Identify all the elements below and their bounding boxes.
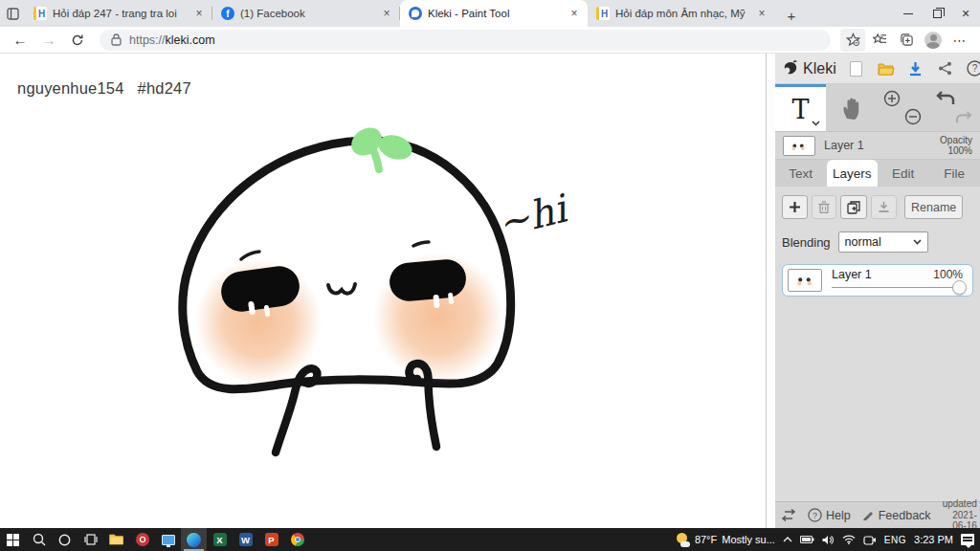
- start-button[interactable]: [0, 528, 26, 551]
- tab-strip: H Hỏi đáp 247 - trang tra loi × f (1) Fa…: [25, 0, 775, 27]
- text-tool-button[interactable]: T: [775, 84, 826, 131]
- delete-layer-button[interactable]: [812, 195, 836, 219]
- blending-label: Blending: [782, 235, 831, 250]
- layer-opacity-value: 100%: [933, 268, 963, 281]
- restore-button[interactable]: [923, 0, 951, 27]
- help-circle-icon: ?: [808, 508, 822, 522]
- page-content: nguyenhue154#hd247: [0, 54, 980, 528]
- window-controls: ×: [894, 0, 980, 27]
- tab-title: (1) Facebook: [240, 8, 373, 19]
- tray-expand-chevron[interactable]: [783, 537, 792, 542]
- forward-button[interactable]: →: [36, 29, 61, 52]
- back-button[interactable]: ←: [8, 29, 33, 52]
- file-explorer-button[interactable]: [103, 528, 129, 551]
- tab-actions-menu-icon[interactable]: [0, 0, 25, 27]
- favorite-star-icon[interactable]: [840, 29, 865, 52]
- display-app-button[interactable]: [155, 528, 181, 551]
- collections-icon[interactable]: [894, 29, 919, 52]
- zoom-in-icon[interactable]: [883, 90, 901, 107]
- red-swirl-app-button[interactable]: [129, 528, 155, 551]
- excel-icon: X: [213, 533, 227, 546]
- panel-footer: ? Help Feedback updated 2021-06-16: [775, 501, 980, 528]
- battery-icon[interactable]: [800, 535, 814, 544]
- browser-titlebar: H Hỏi đáp 247 - trang tra loi × f (1) Fa…: [0, 0, 980, 27]
- powerpoint-icon: P: [265, 533, 278, 546]
- svg-text:?: ?: [813, 511, 817, 520]
- updated-stamp: updated 2021-06-16: [943, 498, 977, 532]
- blending-select[interactable]: normal: [838, 231, 928, 253]
- layer-name: Layer 1: [832, 268, 872, 281]
- word-taskbar-button[interactable]: W: [233, 528, 258, 551]
- cortana-button[interactable]: [52, 528, 78, 551]
- powerpoint-taskbar-button[interactable]: P: [258, 528, 284, 551]
- tab-text[interactable]: Text: [775, 160, 827, 187]
- tab-close-icon[interactable]: ×: [567, 6, 582, 21]
- clock[interactable]: 3:23 PM: [914, 534, 953, 545]
- duplicate-layer-button[interactable]: [840, 195, 867, 219]
- layer-thumbnail: [788, 269, 822, 292]
- duplicate-icon: [847, 201, 860, 214]
- action-center-icon[interactable]: [961, 534, 974, 545]
- tab-facebook[interactable]: f (1) Facebook ×: [212, 0, 400, 27]
- excel-taskbar-button[interactable]: X: [207, 528, 233, 551]
- opacity-slider-knob[interactable]: [952, 280, 967, 295]
- language-indicator[interactable]: ENG: [884, 535, 906, 545]
- tab-file[interactable]: File: [929, 160, 980, 187]
- hoidap247-favicon: H: [33, 7, 47, 20]
- add-layer-button[interactable]: [782, 195, 808, 219]
- kleki-app-name: Kleki: [803, 60, 836, 77]
- redo-icon[interactable]: [955, 111, 972, 124]
- hand-tool-button[interactable]: [826, 84, 877, 131]
- merge-layer-button[interactable]: [871, 195, 897, 219]
- undo-icon[interactable]: [936, 91, 955, 106]
- zoom-out-icon[interactable]: [904, 108, 922, 125]
- new-image-icon[interactable]: [848, 60, 865, 77]
- artist-caption: nguyenhue154#hd247: [17, 79, 191, 98]
- settings-more-icon[interactable]: ⋯: [947, 29, 972, 52]
- tab-layers[interactable]: Layers: [827, 160, 879, 187]
- swap-colors-icon[interactable]: [781, 509, 796, 521]
- tab-edit[interactable]: Edit: [878, 160, 929, 187]
- tab-close-icon[interactable]: ×: [191, 6, 207, 21]
- kleki-drawing-canvas[interactable]: nguyenhue154#hd247: [0, 54, 767, 528]
- minimize-button[interactable]: [894, 0, 923, 27]
- task-view-button[interactable]: [78, 528, 103, 551]
- new-tab-button[interactable]: +: [779, 4, 804, 27]
- opacity-slider-track[interactable]: [832, 287, 959, 289]
- layer-thumbnail[interactable]: [783, 136, 815, 156]
- kleki-header: Kleki ?: [775, 54, 980, 84]
- tab-close-icon[interactable]: ×: [754, 6, 769, 21]
- edge-taskbar-button[interactable]: [181, 528, 207, 551]
- layer-row-1[interactable]: Layer 1 100%: [782, 264, 973, 297]
- taskbar-search-button[interactable]: [26, 528, 52, 551]
- share-icon[interactable]: [937, 60, 954, 77]
- tab-hoidap247[interactable]: H Hỏi đáp 247 - trang tra loi ×: [25, 0, 212, 27]
- tab-kleki-active[interactable]: Kleki - Paint Tool ×: [400, 0, 588, 27]
- cortana-icon: [58, 534, 71, 546]
- tab-close-icon[interactable]: ×: [379, 6, 394, 21]
- close-button[interactable]: ×: [951, 0, 980, 27]
- feedback-link[interactable]: Feedback: [862, 509, 931, 522]
- url-field[interactable]: https://kleki.com: [100, 30, 831, 51]
- tab-hoidap-amnhac[interactable]: H Hỏi đáp môn Âm nhạc, Mỹ thuật ×: [588, 0, 775, 27]
- help-circle-icon[interactable]: ?: [967, 60, 980, 77]
- chrome-taskbar-button[interactable]: [284, 528, 310, 551]
- rename-layer-button[interactable]: Rename: [904, 195, 963, 219]
- download-save-icon[interactable]: [907, 60, 924, 77]
- meet-now-icon[interactable]: [863, 535, 877, 545]
- trash-icon: [818, 201, 830, 213]
- layer-opacity-readout: Opacity 100%: [940, 135, 972, 157]
- url-scheme: https://: [129, 33, 166, 47]
- profile-avatar[interactable]: [921, 29, 946, 52]
- favorites-list-icon[interactable]: [867, 29, 892, 52]
- speaker-icon[interactable]: [822, 535, 835, 545]
- weather-widget[interactable]: 87°F Mostly su...: [676, 533, 775, 547]
- windows-taskbar: X W P 87°F Mostly su... ENG 3:23 PM: [0, 528, 980, 551]
- wifi-icon[interactable]: [842, 535, 856, 544]
- open-file-icon[interactable]: [878, 60, 895, 77]
- chrome-icon: [291, 533, 304, 546]
- svg-text:?: ?: [972, 63, 978, 74]
- refresh-button[interactable]: [65, 29, 90, 52]
- help-link[interactable]: ? Help: [808, 508, 851, 522]
- lock-icon: [111, 33, 122, 46]
